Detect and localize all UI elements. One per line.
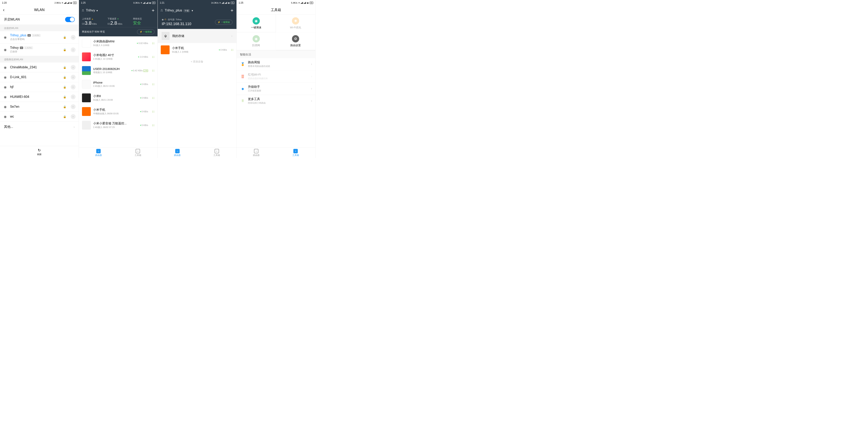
device-list: 小米路由器MINI 5G接入 6 分钟前 ▾0.02 KB/s ⫶⫶ 小米电视2…	[79, 36, 158, 148]
wifi-sub: 点击分享密码	[10, 38, 60, 41]
wifi-name: Trihvy_plus	[10, 34, 26, 37]
nav-toolbox[interactable]: +工具箱	[276, 149, 315, 157]
signal-icon	[146, 2, 148, 4]
item-sub: 看看本周路由器的成就	[248, 65, 309, 68]
wifi-network[interactable]: ◉ wc 🔒 ›	[0, 112, 79, 121]
smartlife-item[interactable]: ⠿ 更多工具 陪你玩转小米路由 ›	[237, 95, 315, 107]
wifi-network-saved[interactable]: ◉ Trihvy MI 2.4G/5G 已保存 🔒 ›	[0, 43, 79, 56]
wifi-icon: ◉	[70, 2, 72, 4]
tool-cell[interactable]: ⚙ 路由设置	[276, 32, 315, 50]
router-dropdown[interactable]: Trihvy_plus 中继 ▼	[165, 8, 193, 12]
status-rate: 0.3K/s	[133, 2, 140, 4]
device-item[interactable]: 小米路由器MINI 5G接入 6 分钟前 ▾0.02 KB/s ⫶⫶	[79, 36, 158, 50]
add-device[interactable]: + 添加设备	[158, 57, 237, 67]
device-rate: ▾0 KB/s	[219, 49, 227, 51]
tool-cell[interactable]: ◉ 防蹭网	[237, 32, 276, 50]
nav-router[interactable]: ⌂路由器	[158, 149, 197, 157]
chevron-right-icon: ›	[311, 99, 312, 103]
wifi-icon: ◉	[149, 2, 151, 4]
chevron-right-icon[interactable]: ›	[71, 114, 75, 119]
wifi-network[interactable]: ◉ HUAWEI-604 🔒 ›	[0, 92, 79, 102]
refresh-icon[interactable]: ↻	[2, 148, 77, 153]
nav-router[interactable]: ⌂路由器	[79, 149, 118, 157]
tool-grid: ◉ 一键测速 ✱ Wi-Fi优化 ◉ 防蹭网 ⚙ 路由设置	[237, 14, 315, 51]
smartlife-item[interactable]: 🏅 路由周报 看看本周路由器的成就 ›	[237, 58, 315, 70]
device-item[interactable]: USER-20180826JH 有线接入 10 分钟前 ▾0.42 KB/sLA…	[79, 64, 158, 78]
status-bar: 1:25 0.3K/s ✕ ◉ 80	[79, 0, 158, 6]
chevron-right-icon[interactable]: ›	[71, 75, 75, 80]
mi-badge-icon: MI	[28, 34, 31, 37]
bottom-nav: ⌂路由器 +工具箱	[237, 148, 315, 158]
device-item[interactable]: iPhone 2.4G接入 06/13 19:06 ▾0 KB/s ⫶⫶	[79, 78, 158, 91]
chevron-right-icon[interactable]: ›	[71, 85, 75, 89]
router-nav-icon: ⌂	[96, 149, 101, 153]
status-rate: 2.9K/s	[55, 2, 61, 4]
device-item[interactable]: 小米小爱音箱 万能遥控... 2.4G接入 06/02 07:29 ▾0 KB/…	[79, 118, 158, 132]
device-item[interactable]: 小米手机 5G接入 1 分钟前 ▾0 KB/s ⫶⫶	[158, 43, 237, 57]
wifi-network[interactable]: ◉ D-Link_601 🔒 ›	[0, 72, 79, 82]
chevron-right-icon[interactable]: ›	[71, 94, 75, 99]
screen-router-main: 1:25 0.3K/s ✕ ◉ 80 ⎍ Trihvy ▼ + 上传速度▲ 00…	[79, 0, 158, 158]
router-dropdown[interactable]: Trihvy ▼	[86, 8, 98, 12]
signal-bars-icon: ⫶⫶	[152, 96, 155, 99]
wifi-icon: ◉	[3, 105, 7, 109]
section-nearby: 选取附近的WLAN	[0, 56, 79, 62]
signal-icon	[301, 2, 303, 4]
device-thumbnail	[161, 45, 169, 54]
device-name: 小米路由器MINI	[93, 39, 135, 43]
tool-cell[interactable]: ◉ 一键测速	[237, 14, 276, 32]
down-arrow-icon: ▾	[140, 110, 141, 113]
down-arrow-icon: ▾	[140, 124, 141, 126]
section-smartlife: 智能生活	[237, 51, 315, 58]
add-icon[interactable]: +	[230, 8, 233, 13]
tool-icon: ◉	[253, 17, 260, 25]
wifi-network[interactable]: ◉ hjf 🔒 ›	[0, 82, 79, 92]
signal-bars-icon: ⫶⫶	[152, 41, 155, 45]
wifi-name: ChinaMobile_2341	[10, 65, 60, 69]
tool-cell[interactable]: ✱ Wi-Fi优化	[276, 14, 315, 32]
add-icon[interactable]: +	[152, 8, 155, 13]
wifi-network[interactable]: ◉ Se7en 🔒 ›	[0, 102, 79, 112]
chevron-right-icon[interactable]: ›	[71, 65, 75, 70]
item-name: 红包Wi-Fi	[248, 73, 309, 76]
wifi-sub: 已保存	[10, 50, 60, 54]
chevron-right-icon[interactable]: ›	[71, 104, 75, 109]
device-sub: 2.4G接入 06/02 07:29	[93, 126, 137, 129]
nav-toolbox[interactable]: +工具箱	[197, 149, 237, 157]
chevron-right-icon[interactable]: ›	[71, 35, 75, 40]
speedtest-button[interactable]: ⚡一键测速	[137, 29, 155, 34]
lan-badge: LAN	[143, 69, 148, 72]
smartlife-list: 🏅 路由周报 看看本周路由器的成就 › 🧧 红包Wi-Fi 把路由器的钱赚回来 …	[237, 58, 315, 107]
status-bar: 1:21 14.3K/s ✕ ◉ 81	[158, 0, 237, 6]
device-rate: ▾2.0 KB/s	[138, 56, 148, 58]
lock-icon: 🔒	[63, 115, 66, 118]
bottom-nav: ⌂路由器 +工具箱	[158, 148, 237, 158]
wlan-enable-label: 开启WLAN	[4, 18, 20, 22]
chevron-right-icon[interactable]: ›	[71, 48, 75, 52]
smartlife-item[interactable]: 🧧 红包Wi-Fi 把路由器的钱赚回来 ›	[237, 70, 315, 82]
device-item[interactable]: 小米电视2 40寸 2.4G接入 10 分钟前 ▾2.0 KB/s ⫶⫶	[79, 50, 158, 64]
wlan-toggle[interactable]	[65, 17, 75, 22]
device-rate: ▾0 KB/s	[140, 124, 148, 127]
tool-label: 路由设置	[276, 43, 315, 47]
item-sub: 已升级至最新	[248, 89, 309, 92]
back-icon[interactable]: ‹	[3, 7, 4, 13]
device-item[interactable]: 小米8 5G接入 06/11 20:08 ▾0 KB/s ⫶⫶	[79, 91, 158, 105]
speedtest-button[interactable]: ⚡一键测速	[215, 20, 232, 25]
toolbox-nav-icon: +	[215, 149, 219, 153]
status-bar: 1:25 5.4K/s ✕ ◉ 80	[237, 0, 315, 6]
status-time: 1:25	[81, 1, 86, 4]
wifi-network-primary[interactable]: ◉ Trihvy_plus MI 2.4G/5G 点击分享密码 🔒 ›	[0, 31, 79, 43]
storage-row[interactable]: ψ 我的存储 ›	[158, 29, 237, 43]
device-item[interactable]: 小米手机 中继路由接入 06/08 03:05 ▾0 KB/s ⫶⫶	[79, 105, 158, 118]
smartlife-item[interactable]: ◆ 升级助手 已升级至最新 ›	[237, 82, 315, 95]
bottom-nav: ⌂路由器 +工具箱	[79, 148, 158, 158]
nav-router[interactable]: ⌂路由器	[237, 149, 276, 157]
signal-icon	[222, 2, 224, 4]
item-icon: ◆	[240, 86, 246, 91]
other-networks[interactable]: 其他... ›	[0, 121, 79, 132]
device-thumbnail	[82, 107, 91, 116]
wifi-network[interactable]: ◉ ChinaMobile_2341 🔒 ›	[0, 62, 79, 72]
nav-toolbox[interactable]: +工具箱	[118, 149, 157, 157]
relay-badge: 中继	[184, 9, 189, 12]
